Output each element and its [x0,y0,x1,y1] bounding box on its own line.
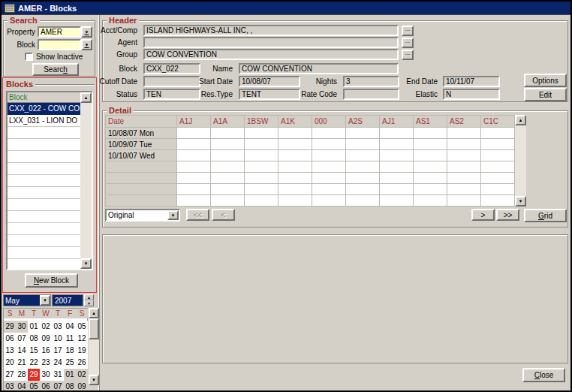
detail-grid-cell[interactable] [380,150,414,161]
detail-grid-cell[interactable] [177,150,211,161]
detail-grid-cell[interactable] [447,184,481,195]
calendar-day[interactable]: 13 [4,345,16,357]
acct-comp-lookup-button[interactable]: ... [402,26,414,36]
calendar-day[interactable]: 26 [76,357,88,369]
detail-grid-cell[interactable] [245,195,278,207]
calendar-day[interactable]: 25 [64,357,76,369]
edit-button[interactable]: Edit [524,88,567,101]
detail-grid-cell[interactable] [177,128,211,139]
detail-grid-cell[interactable] [380,184,414,195]
detail-grid-cell[interactable] [414,184,447,195]
detail-grid-cell[interactable] [481,173,515,184]
block-dropdown-button[interactable]: ▼ [81,39,92,50]
spinner-down-button[interactable]: ▼ [84,300,94,306]
detail-grid-cell[interactable] [211,150,245,161]
detail-grid-cell[interactable] [177,184,211,195]
detail-grid-cell[interactable] [245,139,278,150]
detail-grid-cell[interactable] [380,195,414,207]
detail-grid-cell[interactable] [211,128,245,139]
calendar-day[interactable]: 31 [52,369,64,381]
blocks-list-empty-row[interactable] [8,139,80,151]
blocks-list-empty-row[interactable] [8,223,80,235]
blocks-list-empty-row[interactable] [8,163,80,175]
grid-first-button[interactable]: << [186,209,209,221]
detail-grid-cell[interactable] [278,173,312,184]
detail-grid-cell[interactable] [312,173,346,184]
detail-grid-cell[interactable] [312,128,346,139]
calendar-day[interactable]: 22 [28,357,40,369]
detail-grid-cell[interactable] [414,150,447,161]
scroll-up-button[interactable]: ▲ [89,308,99,318]
detail-grid-cell[interactable] [278,139,312,150]
calendar-day[interactable]: 19 [76,345,88,357]
detail-grid-cell[interactable] [414,161,447,173]
calendar-day[interactable]: 08 [28,333,40,345]
calendar-day[interactable]: 03 [52,321,64,333]
detail-grid-cell[interactable] [211,173,245,184]
new-block-button[interactable]: New Block [25,273,78,288]
detail-grid-cell[interactable] [245,128,278,139]
blocks-list-empty-row[interactable] [8,175,80,187]
calendar-day[interactable]: 18 [64,345,76,357]
calendar-day[interactable]: 28 [16,369,28,381]
property-dropdown-button[interactable]: ▼ [81,26,92,38]
detail-grid-cell[interactable] [211,184,245,195]
calendar-day[interactable]: 10 [52,333,64,345]
calendar-day[interactable]: 03 [4,381,16,392]
scroll-down-button[interactable]: ▼ [515,196,526,207]
detail-grid-cell[interactable] [447,150,481,161]
detail-grid-cell[interactable] [211,161,245,173]
scroll-down-button[interactable]: ▼ [80,258,92,269]
detail-grid-cell[interactable] [245,150,278,161]
detail-grid-cell[interactable] [447,128,481,139]
search-button[interactable]: Search [32,63,79,76]
calendar-day[interactable]: 30 [16,321,28,333]
detail-grid-cell[interactable] [312,184,346,195]
grid-view-dropdown-button[interactable]: ▼ [167,210,179,220]
scroll-thumb[interactable] [89,318,99,339]
detail-grid-cell[interactable] [177,173,211,184]
blocks-list-empty-row[interactable] [8,247,80,259]
scroll-up-button[interactable]: ▲ [80,92,92,103]
blocks-list-empty-row[interactable] [8,235,80,247]
calendar-day[interactable]: 07 [16,333,28,345]
calendar-day[interactable]: 05 [76,321,88,333]
detail-grid-cell[interactable] [278,150,312,161]
calendar-day[interactable]: 20 [4,357,16,369]
detail-grid-cell[interactable] [481,184,515,195]
grid-view-select[interactable]: Original ▼ [105,209,180,222]
grid-prev-button[interactable]: < [212,209,235,221]
detail-grid-cell[interactable] [312,150,346,161]
detail-grid-cell[interactable] [414,128,447,139]
scroll-down-button[interactable]: ▼ [89,375,99,385]
calendar-day[interactable]: 11 [64,333,76,345]
calendar-day[interactable]: 06 [4,333,16,345]
agent-lookup-button[interactable]: ... [402,38,414,48]
calendar-day[interactable]: 24 [52,357,64,369]
detail-grid-cell[interactable] [346,173,380,184]
detail-grid-cell[interactable] [414,173,447,184]
calendar-selected-day[interactable]: 29 [28,369,40,381]
detail-grid-cell[interactable] [346,128,380,139]
detail-grid-cell[interactable] [177,195,211,207]
detail-grid-cell[interactable] [177,161,211,173]
grid-next-button[interactable]: > [471,209,495,221]
detail-grid-cell[interactable] [312,161,346,173]
scroll-up-button[interactable]: ▲ [515,115,526,125]
options-button[interactable]: Options [524,74,567,87]
calendar-day[interactable]: 05 [28,381,40,392]
blocks-list-empty-row[interactable] [8,199,80,211]
detail-grid-cell[interactable] [346,184,380,195]
calendar-year-field[interactable]: 2007 [52,294,83,306]
detail-grid-cell[interactable] [278,184,312,195]
calendar-day[interactable]: 01 [28,321,40,333]
detail-grid-cell[interactable] [211,195,245,207]
group-lookup-button[interactable]: ... [402,50,414,60]
detail-grid-cell[interactable] [312,195,346,207]
detail-grid-cell[interactable] [414,139,447,150]
detail-grid-cell[interactable] [481,161,515,173]
detail-grid-cell[interactable] [346,195,380,207]
close-button[interactable]: Close [522,368,565,382]
detail-grid-cell[interactable] [278,161,312,173]
detail-grid-cell[interactable] [447,173,481,184]
